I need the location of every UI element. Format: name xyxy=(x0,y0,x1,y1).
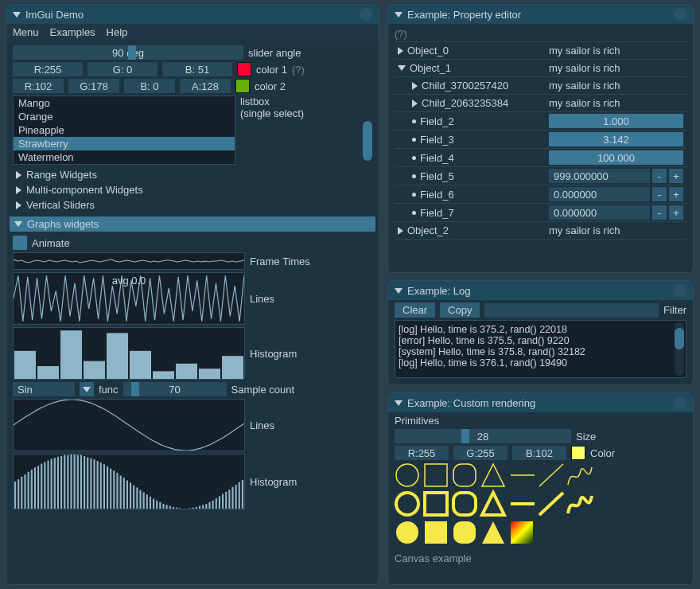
log-text: [log] Hello, time is 375.2, rand() 22018… xyxy=(395,320,686,378)
plus-button[interactable]: + xyxy=(669,169,683,183)
listbox[interactable]: MangoOrangePineappleStrawberryWatermelon xyxy=(13,96,235,165)
prop-label[interactable]: Child_2063235384 xyxy=(395,95,546,111)
prop-label[interactable]: Object_0 xyxy=(395,42,546,59)
color2-b[interactable]: B: 0 xyxy=(124,79,175,93)
close-icon[interactable] xyxy=(674,396,686,409)
svg-rect-33 xyxy=(90,458,91,509)
listbox-item[interactable]: Pineapple xyxy=(14,123,235,137)
caret-right-icon[interactable] xyxy=(398,227,403,235)
size-slider[interactable]: 28 xyxy=(395,429,571,443)
animate-checkbox[interactable] xyxy=(13,236,27,250)
collapse-icon[interactable] xyxy=(13,12,21,18)
menu-examples[interactable]: Examples xyxy=(50,26,95,38)
svg-rect-66 xyxy=(199,506,200,509)
props-help-icon[interactable]: (?) xyxy=(395,26,686,41)
graphs-header[interactable]: Graphs widgets xyxy=(10,216,375,232)
svg-rect-70 xyxy=(212,501,214,509)
close-icon[interactable] xyxy=(674,284,686,297)
prop-label[interactable]: Field_6 xyxy=(395,186,546,203)
prop-label[interactable]: Child_3700257420 xyxy=(395,77,546,94)
log-titlebar[interactable]: Example: Log xyxy=(388,281,693,300)
svg-rect-60 xyxy=(179,508,181,509)
plot-overlay: avg 0.0 xyxy=(112,275,146,287)
drag-float[interactable]: 1.000 xyxy=(549,114,683,128)
listbox-item[interactable]: Mango xyxy=(14,96,235,110)
caret-right-icon[interactable] xyxy=(398,47,403,55)
color1-g[interactable]: G: 0 xyxy=(88,62,158,76)
tree-node[interactable]: Vertical Sliders xyxy=(13,197,372,213)
prop-row: Field_70.000000-+ xyxy=(395,204,686,222)
color1-r[interactable]: R:255 xyxy=(13,62,83,76)
minus-button[interactable]: - xyxy=(652,205,667,220)
color2-r[interactable]: R:102 xyxy=(13,79,64,93)
sample-slider[interactable]: 70 xyxy=(123,382,227,396)
scrollbar-thumb[interactable] xyxy=(363,121,372,161)
custom-color-b[interactable]: B:102 xyxy=(512,446,566,460)
slider-grab[interactable] xyxy=(131,382,139,396)
svg-rect-23 xyxy=(57,457,59,509)
color2-a[interactable]: A:128 xyxy=(180,79,231,93)
svg-rect-37 xyxy=(103,464,105,509)
svg-rect-18 xyxy=(41,464,42,509)
slider-grab[interactable] xyxy=(461,429,469,443)
tree-node[interactable]: Range Widgets xyxy=(13,167,372,182)
collapse-icon[interactable] xyxy=(395,288,402,294)
collapse-icon[interactable] xyxy=(395,400,402,406)
prop-label[interactable]: Field_3 xyxy=(395,131,546,148)
plus-button[interactable]: + xyxy=(669,205,683,220)
prop-label[interactable]: Object_2 xyxy=(395,222,546,239)
close-icon[interactable] xyxy=(360,8,372,21)
prop-label[interactable]: Object_1 xyxy=(395,60,546,76)
input-float[interactable]: 999.000000 xyxy=(549,169,650,183)
custom-color-g[interactable]: G:255 xyxy=(453,446,508,460)
prop-label[interactable]: Field_7 xyxy=(395,205,546,221)
prop-row: Field_21.000 xyxy=(395,112,686,131)
color1-help-icon[interactable]: (?) xyxy=(292,64,305,76)
filter-input[interactable] xyxy=(484,303,659,318)
drag-float[interactable]: 100.000 xyxy=(549,150,683,165)
menu-help[interactable]: Help xyxy=(107,26,128,38)
prop-label[interactable]: Field_4 xyxy=(395,150,546,166)
slider-angle[interactable]: 90 deg xyxy=(13,45,243,60)
caret-right-icon[interactable] xyxy=(412,82,418,90)
demo-titlebar[interactable]: ImGui Demo xyxy=(6,5,379,24)
drag-float[interactable]: 3.142 xyxy=(549,132,683,146)
color2-g[interactable]: G:178 xyxy=(68,79,119,93)
svg-rect-55 xyxy=(162,504,164,509)
svg-rect-31 xyxy=(84,456,85,509)
menu-menu[interactable]: Menu xyxy=(13,26,39,38)
log-line: [log] Hello, time is 376.1, rand() 19490 xyxy=(399,357,682,369)
caret-right-icon[interactable] xyxy=(412,99,418,107)
listbox-item[interactable]: Watermelon xyxy=(14,150,235,164)
prop-label[interactable]: Field_2 xyxy=(395,113,546,130)
listbox-item[interactable]: Strawberry xyxy=(14,137,235,150)
clear-button[interactable]: Clear xyxy=(395,302,435,318)
tree-node[interactable]: Multi-component Widgets xyxy=(13,182,372,197)
prop-label[interactable]: Field_5 xyxy=(395,168,546,185)
color1-b[interactable]: B: 51 xyxy=(162,62,232,76)
input-float[interactable]: 0.000000 xyxy=(549,205,650,220)
props-titlebar[interactable]: Example: Property editor xyxy=(388,5,693,24)
combo-arrow[interactable] xyxy=(80,382,94,396)
custom-titlebar[interactable]: Example: Custom rendering xyxy=(388,393,693,412)
svg-rect-17 xyxy=(37,466,39,509)
input-float[interactable]: 0.000000 xyxy=(549,187,650,201)
minus-button[interactable]: - xyxy=(652,169,667,183)
color1-label: color 1 xyxy=(256,64,287,76)
custom-color-r[interactable]: R:255 xyxy=(395,446,449,460)
custom-color-swatch[interactable] xyxy=(571,446,585,460)
copy-button[interactable]: Copy xyxy=(440,302,480,318)
scrollbar-thumb[interactable] xyxy=(675,328,684,349)
func-combo[interactable]: Sin xyxy=(13,382,75,396)
svg-rect-10 xyxy=(14,482,16,509)
close-icon[interactable] xyxy=(674,8,686,21)
plus-button[interactable]: + xyxy=(669,187,683,201)
collapse-icon[interactable] xyxy=(395,12,402,18)
listbox-item[interactable]: Orange xyxy=(14,110,235,123)
color1-swatch[interactable] xyxy=(237,62,251,76)
color2-swatch[interactable] xyxy=(235,79,250,93)
minus-button[interactable]: - xyxy=(652,187,667,201)
slider-grab[interactable] xyxy=(128,45,136,60)
svg-rect-32 xyxy=(87,457,88,509)
caret-down-icon[interactable] xyxy=(398,65,406,71)
